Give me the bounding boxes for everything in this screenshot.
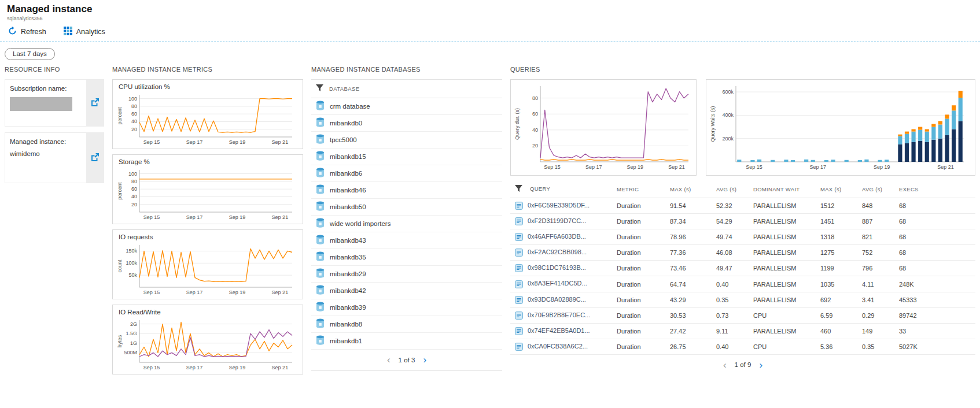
query-cell: 89742 [897,307,975,323]
query-cell: PARALLELISM [751,292,818,307]
query-hash: 0x74EF42EB5A0D1... [528,327,590,334]
database-icon [316,285,325,296]
filter-icon[interactable] [515,187,524,193]
cpu-chart-card[interactable]: CPU utilization % 20406080100Sep 15Sep 1… [112,79,303,149]
query-cell: 752 [860,245,897,261]
query-row[interactable]: 0x8A3EF414DC5D...Duration64.740.40PARALL… [510,276,975,292]
query-row[interactable]: 0xF2D31199D7CC...Duration87.3454.29PARAL… [510,214,975,229]
query-cell: 9.11 [714,323,751,339]
subscription-label: Subscription name: [10,85,82,92]
io-read-write-chart-card[interactable]: IO Read/Write 500M1G1.5G2GSep 15Sep 17Se… [112,305,303,374]
query-row[interactable]: 0x46AFF6A603DB...Duration78.9649.74PARAL… [510,229,975,245]
svg-text:100: 100 [128,171,137,177]
queries-prev-page-button[interactable]: ‹ [723,360,727,370]
svg-text:Sep 15: Sep 15 [143,139,160,145]
svg-text:Sep 19: Sep 19 [874,164,890,170]
databases-section: MANAGED INSTANCE DATABASES DATABASE crm … [311,66,502,371]
svg-text:400k: 400k [722,112,734,118]
query-cell: 33 [897,323,975,339]
query-icon [515,233,523,241]
database-name: mibankdb29 [330,270,366,277]
svg-text:Sep 19: Sep 19 [627,164,644,170]
query-cell: 87.34 [668,214,714,229]
filter-icon[interactable] [316,84,323,93]
query-cell: 0.29 [860,307,897,323]
subscription-card: Subscription name: [5,79,104,127]
database-name: mibankdb50 [330,203,366,210]
query-row[interactable]: 0x93DC8A02889C...Duration43.290.35PARALL… [510,292,975,307]
storage-chart: 20406080100Sep 15Sep 17Sep 19Sep 21perce… [116,166,297,221]
resource-info-title: RESOURCE INFO [5,66,104,73]
query-cell: 43.29 [668,292,714,307]
query-row[interactable]: 0xCA0FCB38A6C2...Duration26.750.40CPU5.3… [510,339,975,354]
query-row[interactable]: 0x74EF42EB5A0D1...Duration27.429.11PARAL… [510,323,975,339]
column-header-query: QUERY [510,180,614,198]
database-name: tpcc5000 [330,136,357,143]
query-row[interactable]: 0xF2AC92CBB098...Duration77.3646.08PARAL… [510,245,975,261]
storage-chart-card[interactable]: Storage % 20406080100Sep 15Sep 17Sep 19S… [112,154,303,224]
query-cell: Duration [614,339,668,354]
database-row[interactable]: mibankdb39 [311,299,502,316]
database-row[interactable]: mibankdb15 [311,149,502,165]
cpu-chart: 20406080100Sep 15Sep 17Sep 19Sep 21perce… [116,91,297,146]
query-cell: Duration [614,276,668,292]
database-row[interactable]: tpcc5000 [311,132,502,149]
svg-text:80: 80 [532,95,538,101]
query-waits-chart-card[interactable]: 200k400k600kSep 15Sep 17Sep 19Sep 21Quer… [706,79,975,176]
query-hash: 0x70E9B2B8E70EC... [528,311,590,318]
database-row[interactable]: mibankdb0 [311,115,502,132]
databases-next-page-button[interactable]: › [423,355,426,365]
databases-table-header: DATABASE [311,80,502,98]
svg-text:Sep 17: Sep 17 [186,290,203,295]
managed-instance-label: Managed instance: [10,138,82,145]
svg-text:Sep 21: Sep 21 [937,164,954,170]
database-row[interactable]: mibankdb42 [311,283,502,299]
queries-table: QUERY METRIC MAX (s) AVG (s) DOMINANT WA… [510,180,975,355]
svg-text:500M: 500M [124,350,137,355]
svg-text:percent: percent [117,182,123,200]
database-row[interactable]: mibankdb8 [311,316,502,333]
query-cell: PARALLELISM [751,276,818,292]
database-row[interactable]: mibankdb35 [311,249,502,266]
databases-prev-page-button[interactable]: ‹ [387,355,390,365]
managed-instance-open-button[interactable] [86,133,104,183]
subscription-open-button[interactable] [86,80,104,126]
query-cell: 49.47 [714,261,751,276]
query-icon [515,296,523,304]
query-cell: PARALLELISM [751,245,818,261]
io-requests-chart-card[interactable]: IO requests 50k100k150kSep 15Sep 17Sep 1… [112,229,303,299]
query-cell: CPU [751,339,818,354]
database-row[interactable]: mibankdb50 [311,199,502,216]
query-cell: 27.42 [668,323,714,339]
database-row[interactable]: crm database [311,98,502,115]
metrics-section-title: MANAGED INSTANCE METRICS [112,66,303,73]
database-row[interactable]: mibankdb6 [311,165,502,182]
svg-text:Sep 21: Sep 21 [272,365,289,370]
database-row[interactable]: mibankdb46 [311,182,502,199]
database-row[interactable]: mibankdb29 [311,266,502,283]
query-icon [515,217,523,225]
database-icon [316,201,325,213]
query-cell: Duration [614,198,668,214]
storage-chart-title: Storage % [119,158,299,165]
subscription-value-redacted [10,97,72,111]
database-row[interactable]: wide world importers [311,216,502,232]
svg-text:100k: 100k [126,260,137,266]
query-row[interactable]: 0xF6C59E339D5DF...Duration91.5452.32PARA… [510,198,975,214]
database-name: mibankdb35 [330,254,366,261]
svg-text:20: 20 [131,127,137,132]
query-row[interactable]: 0x98C1DC76193B...Duration73.4649.47PARAL… [510,261,975,276]
query-duration-chart-card[interactable]: 20406080Sep 15Sep 17Sep 19Sep 21Query du… [510,79,697,176]
query-row[interactable]: 0x70E9B2B8E70EC...Duration30.530.73CPU6.… [510,307,975,323]
refresh-button[interactable]: Refresh [8,27,46,37]
queries-next-page-button[interactable]: › [759,360,762,370]
analytics-button[interactable]: Analytics [64,27,105,37]
time-range-pill[interactable]: Last 7 days [5,48,55,60]
database-row[interactable]: mibankdb1 [311,333,502,350]
query-cell: 68 [897,214,975,229]
query-icon [515,280,523,288]
query-cell: 77.36 [668,245,714,261]
resource-info-section: RESOURCE INFO Subscription name: Managed… [5,66,104,189]
database-row[interactable]: mibankdb43 [311,232,502,249]
svg-text:Sep 15: Sep 15 [544,164,561,170]
